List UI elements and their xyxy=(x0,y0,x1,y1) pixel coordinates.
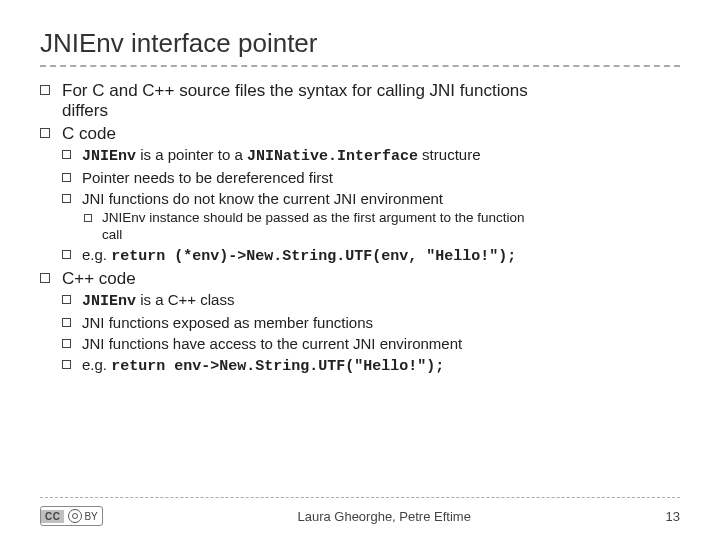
code-text: return env->New.String.UTF("Hello!"); xyxy=(111,358,444,375)
code-text: return (*env)->New.String.UTF(env, "Hell… xyxy=(111,248,516,265)
text: differs xyxy=(62,101,108,120)
code-text: JNINative.Interface xyxy=(247,148,418,165)
slide-title: JNIEnv interface pointer xyxy=(40,28,680,67)
cc-by-icon: CC BY xyxy=(40,506,103,526)
code-text: JNIEnv xyxy=(82,148,136,165)
cc-label: CC xyxy=(41,510,64,523)
bullet-l2: JNI functions exposed as member function… xyxy=(62,314,680,333)
text: BY xyxy=(84,511,97,522)
bullet-l1: For C and C++ source files the syntax fo… xyxy=(40,81,680,122)
text: C++ code xyxy=(62,269,136,288)
text: is a C++ class xyxy=(136,291,234,308)
text: is a pointer to a xyxy=(136,146,247,163)
text: Pointer needs to be dereferenced first xyxy=(82,169,333,186)
text: JNIEnv instance should be passed as the … xyxy=(102,210,525,225)
bullet-l1: C code xyxy=(40,124,680,144)
bullet-l2: JNIEnv is a pointer to a JNINative.Inter… xyxy=(62,146,680,167)
page-number: 13 xyxy=(666,509,680,524)
person-icon xyxy=(68,509,82,523)
footer: CC BY Laura Gheorghe, Petre Eftime 13 xyxy=(0,497,720,526)
text: C code xyxy=(62,124,116,143)
bullet-l2: Pointer needs to be dereferenced first xyxy=(62,169,680,188)
text: structure xyxy=(418,146,481,163)
bullet-l3: JNIEnv instance should be passed as the … xyxy=(84,210,680,244)
footer-row: CC BY Laura Gheorghe, Petre Eftime 13 xyxy=(40,506,680,526)
bullet-l1: C++ code xyxy=(40,269,680,289)
bullet-l2: JNI functions have access to the current… xyxy=(62,335,680,354)
bullet-l2: e.g. return (*env)->New.String.UTF(env, … xyxy=(62,246,680,267)
cc-by: BY xyxy=(64,508,101,524)
code-text: JNIEnv xyxy=(82,293,136,310)
text: For C and C++ source files the syntax fo… xyxy=(62,81,528,100)
text: JNI functions exposed as member function… xyxy=(82,314,373,331)
footer-authors: Laura Gheorghe, Petre Eftime xyxy=(297,509,470,524)
slide: JNIEnv interface pointer For C and C++ s… xyxy=(0,0,720,376)
bullet-l2: JNI functions do not know the current JN… xyxy=(62,190,680,209)
text: e.g. xyxy=(82,356,111,373)
bullet-l2: JNIEnv is a C++ class xyxy=(62,291,680,312)
bullet-l2: e.g. return env->New.String.UTF("Hello!"… xyxy=(62,356,680,377)
text: call xyxy=(102,227,122,242)
text: e.g. xyxy=(82,246,111,263)
text: JNI functions have access to the current… xyxy=(82,335,462,352)
text: JNI functions do not know the current JN… xyxy=(82,190,443,207)
footer-divider xyxy=(40,497,680,506)
